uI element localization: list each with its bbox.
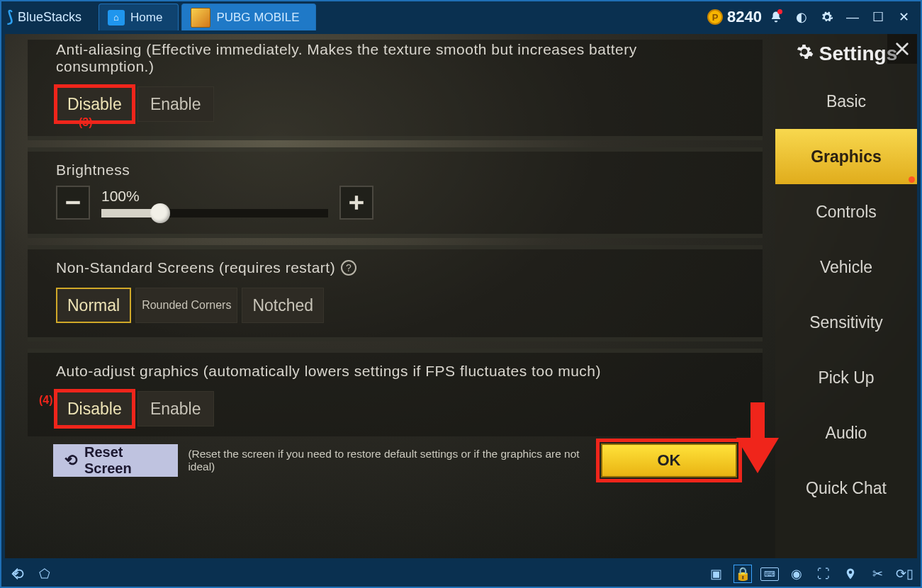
new-badge-icon (909, 176, 915, 183)
gear-icon (795, 43, 814, 66)
brightness-increase-button[interactable] (339, 186, 373, 220)
screen-normal[interactable]: Normal (56, 288, 131, 323)
settings-title: Settings (819, 43, 897, 65)
anti-aliasing-enable[interactable]: Enable (137, 86, 214, 122)
fullscreen-icon[interactable]: ⛶ (814, 565, 833, 583)
scissors-icon[interactable]: ✂ (868, 565, 887, 583)
settings-header: Settings (775, 34, 917, 74)
notifications-icon[interactable] (765, 6, 787, 28)
annotation-4: (4) (39, 394, 53, 407)
sidebar-item-pickup[interactable]: Pick Up (775, 350, 917, 405)
settings-sidebar: Settings Basic Graphics Controls Vehicle… (775, 34, 917, 558)
lock-icon[interactable]: 🔒 (733, 565, 752, 583)
ok-highlight (596, 439, 742, 482)
reset-label: Reset Screen (84, 444, 167, 477)
auto-adjust-panel: Auto-adjust graphics (automatically lowe… (28, 349, 763, 436)
home-nav-icon[interactable]: ⬠ (35, 565, 54, 583)
app-name: BlueStacks (18, 10, 81, 25)
eye-icon[interactable]: ◉ (787, 565, 806, 583)
anti-aliasing-disable[interactable]: Disable (56, 86, 133, 122)
anti-aliasing-panel: Anti-aliasing (Effective immediately. Ma… (28, 40, 763, 140)
logo-icon: ⟆ (7, 8, 13, 26)
bluestacks-logo: ⟆ BlueStacks (7, 8, 81, 26)
home-icon: ⌂ (108, 10, 125, 26)
anti-aliasing-options: Disable Enable (56, 86, 734, 122)
screen-notched[interactable]: Notched (242, 288, 324, 323)
account-icon[interactable]: ◐ (790, 6, 813, 28)
tab-label: Home (130, 11, 162, 25)
settings-gear-icon[interactable] (816, 6, 838, 28)
sidebar-item-audio[interactable]: Audio (775, 405, 917, 460)
game-area: Anti-aliasing (Effective immediately. Ma… (5, 34, 917, 558)
bottombar: ⟲ ⬠ ▣ 🔒 ⌨ ◉ ⛶ ✂ ⟳▯ (1, 561, 921, 587)
svg-rect-2 (355, 196, 358, 210)
minimize-icon[interactable]: — (841, 6, 864, 28)
auto-adjust-label: Auto-adjust graphics (automatically lowe… (56, 363, 734, 380)
location-icon[interactable] (841, 565, 860, 583)
svg-rect-0 (66, 201, 80, 204)
brightness-decrease-button[interactable] (56, 186, 90, 220)
non-standard-panel: Non-Standard Screens (requires restart) … (28, 245, 763, 341)
tab-pubg[interactable]: PUBG MOBILE (181, 4, 315, 30)
reset-description: (Reset the screen if you need to restore… (188, 448, 581, 473)
slider-thumb[interactable] (150, 203, 170, 223)
reset-screen-button[interactable]: ⟲ Reset Screen (53, 444, 178, 477)
sidebar-item-sensitivity[interactable]: Sensitivity (775, 295, 917, 350)
currency-display[interactable]: P 8240 (707, 8, 762, 26)
reset-icon: ⟲ (64, 451, 77, 470)
tab-label: PUBG MOBILE (216, 11, 299, 25)
maximize-icon[interactable]: ☐ (867, 6, 889, 28)
tab-home[interactable]: ⌂ Home (99, 4, 179, 30)
sidebar-item-quickchat[interactable]: Quick Chat (775, 460, 917, 516)
settings-content: Anti-aliasing (Effective immediately. Ma… (5, 34, 775, 558)
auto-adjust-disable[interactable]: Disable (56, 391, 133, 426)
sidebar-item-controls[interactable]: Controls (775, 184, 917, 239)
brightness-label: Brightness (56, 162, 734, 179)
coin-icon: P (707, 9, 723, 25)
media-icon[interactable]: ▣ (707, 565, 725, 583)
annotation-arrow-icon (736, 402, 779, 477)
sidebar-item-vehicle[interactable]: Vehicle (775, 239, 917, 295)
keyboard-icon[interactable]: ⌨ (760, 565, 779, 583)
screen-rounded[interactable]: Rounded Corners (135, 288, 237, 323)
auto-adjust-enable[interactable]: Enable (137, 391, 214, 426)
annotation-3: (3) (79, 116, 93, 129)
action-row: ⟲ Reset Screen (Reset the screen if you … (28, 443, 763, 477)
notification-dot-icon (777, 9, 782, 14)
titlebar: ⟆ BlueStacks ⌂ Home PUBG MOBILE P 8240 ◐… (1, 1, 921, 33)
currency-value: 8240 (727, 8, 762, 26)
sidebar-item-basic[interactable]: Basic (775, 74, 917, 129)
close-settings-button[interactable] (887, 34, 917, 64)
close-window-icon[interactable]: ✕ (892, 6, 915, 28)
pubg-icon (191, 8, 210, 28)
help-icon[interactable]: ? (341, 260, 356, 276)
rotate-icon[interactable]: ⟳▯ (895, 565, 913, 583)
brightness-panel: Brightness 100% (28, 147, 763, 238)
non-standard-label: Non-Standard Screens (requires restart) … (56, 259, 734, 276)
back-icon[interactable]: ⟲ (9, 565, 27, 583)
sidebar-item-graphics[interactable]: Graphics (775, 129, 917, 184)
brightness-slider[interactable]: 100% (101, 188, 328, 217)
anti-aliasing-label: Anti-aliasing (Effective immediately. Ma… (56, 41, 734, 75)
brightness-value: 100% (101, 188, 328, 205)
